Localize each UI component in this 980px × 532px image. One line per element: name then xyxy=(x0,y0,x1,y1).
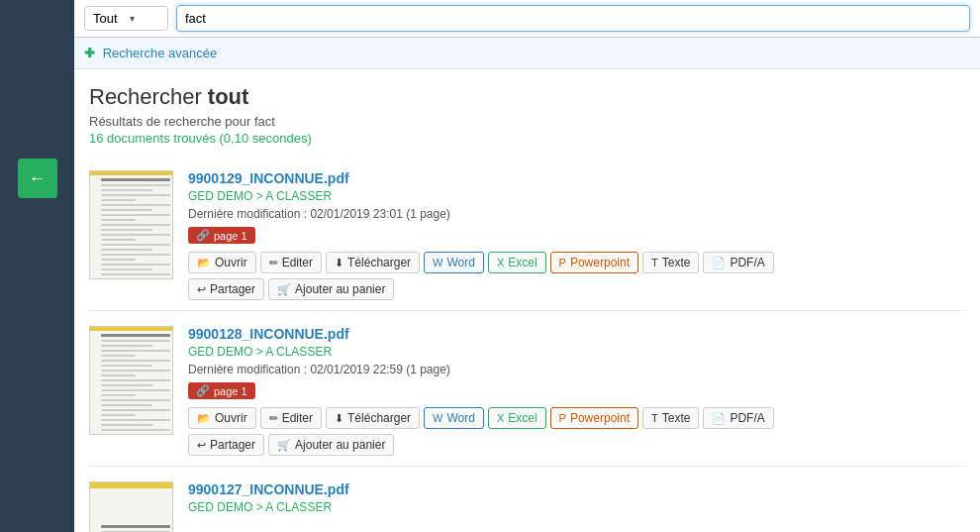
doc-info: 9900128_INCONNUE.pdf GED DEMO > A CLASSE… xyxy=(188,326,965,456)
doc-actions2: ↩Partager 🛒Ajouter au panier xyxy=(188,434,965,456)
plus-icon: ✚ xyxy=(84,46,95,60)
search-title: Rechercher tout xyxy=(89,84,965,110)
back-icon: ← xyxy=(29,168,47,189)
page-badge-label: page 1 xyxy=(214,385,247,397)
download-button[interactable]: ⬇Télécharger xyxy=(326,407,420,429)
edit-button[interactable]: ✏Editer xyxy=(260,252,322,273)
search-bar: Tout ▾ xyxy=(74,0,980,38)
advanced-search-bar: ✚ Recherche avancée xyxy=(74,38,980,69)
doc-info: 9900129_INCONNUE.pdf GED DEMO > A CLASSE… xyxy=(188,170,965,300)
edit-button[interactable]: ✏Editer xyxy=(260,407,322,429)
doc-actions: 📂Ouvrir ✏Editer ⬇Télécharger WWord XExce… xyxy=(188,252,965,273)
doc-thumbnail xyxy=(89,326,173,435)
doc-actions: 📂Ouvrir ✏Editer ⬇Télécharger WWord XExce… xyxy=(188,407,965,429)
texte-button[interactable]: TTexte xyxy=(642,407,699,429)
excel-button[interactable]: XExcel xyxy=(488,252,546,273)
doc-name-link[interactable]: 9900129_INCONNUE.pdf xyxy=(188,170,965,186)
chevron-down-icon: ▾ xyxy=(130,13,160,24)
sidebar: ← xyxy=(0,0,74,532)
share-button[interactable]: ↩Partager xyxy=(188,434,264,456)
excel-button[interactable]: XExcel xyxy=(488,407,546,429)
share-button[interactable]: ↩Partager xyxy=(188,278,264,300)
main-area: Tout ▾ ✚ Recherche avancée Rechercher to… xyxy=(74,0,980,532)
search-type-dropdown[interactable]: Tout ▾ xyxy=(84,6,168,31)
add-to-cart-button[interactable]: 🛒Ajouter au panier xyxy=(268,434,394,456)
open-button[interactable]: 📂Ouvrir xyxy=(188,252,256,273)
doc-modified: Dernière modification : 02/01/2019 22:59… xyxy=(188,363,965,376)
result-item: 9900127_INCONNUE.pdf GED DEMO > A CLASSE… xyxy=(89,472,965,532)
search-input[interactable] xyxy=(176,5,970,32)
results-count: 16 documents trouvés (0,10 secondes) xyxy=(89,131,965,146)
doc-path: GED DEMO > A CLASSER xyxy=(188,189,965,203)
link-icon: 🔗 xyxy=(196,384,210,397)
word-button[interactable]: WWord xyxy=(424,252,484,273)
pdfa-button[interactable]: 📄PDF/A xyxy=(703,252,773,273)
doc-page-badge[interactable]: 🔗 page 1 xyxy=(188,382,255,399)
doc-name-link[interactable]: 9900127_INCONNUE.pdf xyxy=(188,481,965,497)
open-button[interactable]: 📂Ouvrir xyxy=(188,407,256,429)
doc-thumbnail xyxy=(89,170,173,279)
pdfa-button[interactable]: 📄PDF/A xyxy=(703,407,773,429)
download-button[interactable]: ⬇Télécharger xyxy=(326,252,420,273)
texte-button[interactable]: TTexte xyxy=(642,252,699,273)
search-type-label: Tout xyxy=(93,11,124,26)
word-button[interactable]: WWord xyxy=(424,407,484,429)
doc-thumbnail xyxy=(89,481,173,532)
doc-info: 9900127_INCONNUE.pdf GED DEMO > A CLASSE… xyxy=(188,481,965,518)
doc-page-badge[interactable]: 🔗 page 1 xyxy=(188,227,255,244)
doc-actions2: ↩Partager 🛒Ajouter au panier xyxy=(188,278,965,300)
doc-modified: Dernière modification : 02/01/2019 23:01… xyxy=(188,207,965,221)
powerpoint-button[interactable]: PPowerpoint xyxy=(550,407,638,429)
doc-path: GED DEMO > A CLASSER xyxy=(188,500,965,514)
doc-name-link[interactable]: 9900128_INCONNUE.pdf xyxy=(188,326,965,342)
result-item: 9900129_INCONNUE.pdf GED DEMO > A CLASSE… xyxy=(89,160,965,311)
link-icon: 🔗 xyxy=(196,229,210,242)
back-button[interactable]: ← xyxy=(18,159,57,198)
doc-path: GED DEMO > A CLASSER xyxy=(188,345,965,359)
powerpoint-button[interactable]: PPowerpoint xyxy=(550,252,638,273)
results-area: Rechercher tout Résultats de recherche p… xyxy=(74,69,980,532)
advanced-search-link[interactable]: Recherche avancée xyxy=(103,46,218,60)
page-badge-label: page 1 xyxy=(214,230,247,242)
search-query-label: Résultats de recherche pour fact xyxy=(89,114,965,129)
add-to-cart-button[interactable]: 🛒Ajouter au panier xyxy=(268,278,394,300)
result-item: 9900128_INCONNUE.pdf GED DEMO > A CLASSE… xyxy=(89,316,965,467)
